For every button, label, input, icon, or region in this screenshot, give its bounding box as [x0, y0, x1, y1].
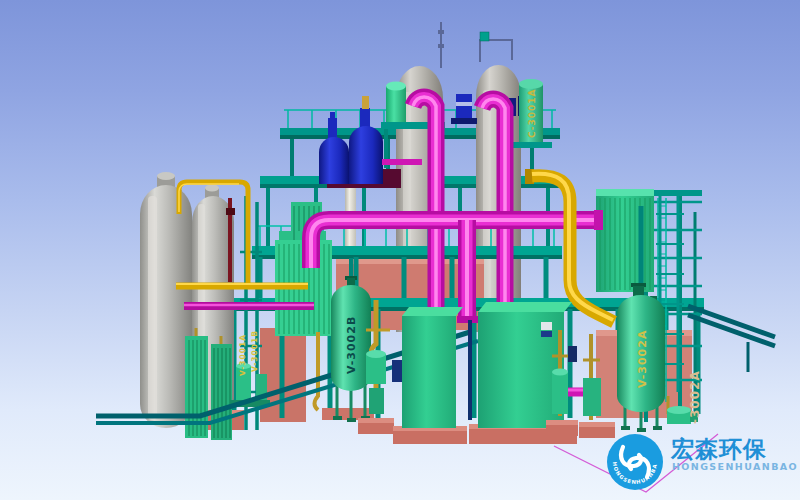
tag-v3002b: V-3002B	[345, 316, 358, 374]
logo-company-name-cn: 宏森环保	[670, 436, 767, 462]
storage-tank-left-a	[140, 172, 192, 428]
tag-wall-3002a: -3002A	[688, 370, 702, 424]
tag-c3001a: C-3001A	[527, 88, 537, 138]
tag-v3001a: V-3001A	[238, 334, 247, 376]
far-right-pipe-rack	[688, 306, 775, 372]
plant-3d-render-viewport: V-3002B V-3002A -3002A C-3001A V-3001A V…	[0, 0, 800, 500]
plant-3d-scene: V-3002B V-3002A -3002A C-3001A V-3001A V…	[0, 0, 800, 500]
tag-v3001b: V-3001B	[250, 330, 259, 372]
green-tank-box-left	[393, 307, 467, 444]
tag-v3002a: V-3002A	[636, 330, 649, 388]
logo-company-name-en: HONGSENHUANBAO	[672, 461, 798, 472]
